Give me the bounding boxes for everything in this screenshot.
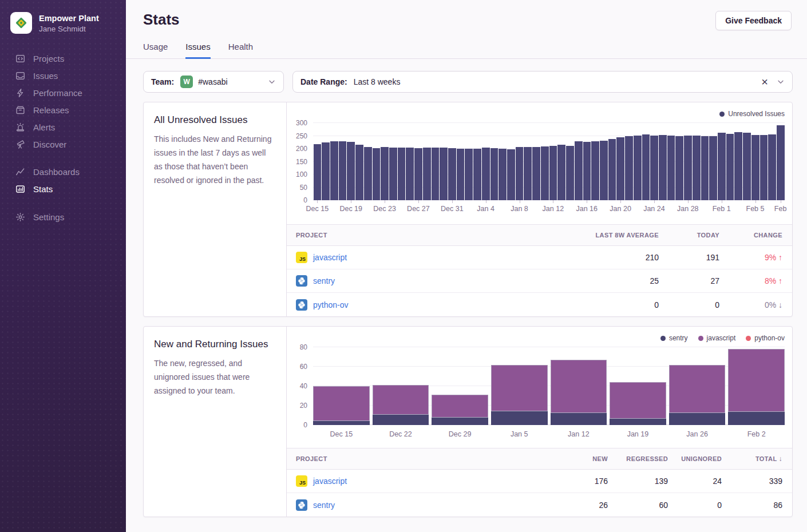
project-link[interactable]: sentry: [313, 501, 335, 510]
x-axis-tick-label: Jan 19: [610, 425, 666, 441]
y-axis-tick-label: 200: [296, 145, 307, 153]
table-row: JS javascript 210 191 9% ↑: [287, 246, 792, 269]
y-axis-tick-label: 20: [300, 402, 307, 410]
sidebar-item-stats[interactable]: Stats: [0, 180, 126, 197]
legend-dot-icon: [746, 336, 751, 341]
chevron-down-icon[interactable]: [268, 78, 276, 86]
legend-item-unresolved-issues[interactable]: Unresolved Issues: [719, 110, 785, 118]
x-axis-tick-label: Feb 5: [746, 205, 765, 213]
legend-item-javascript[interactable]: javascript: [698, 334, 736, 342]
sidebar-item-issues[interactable]: Issues: [0, 67, 126, 84]
legend-dot-icon: [719, 112, 725, 117]
unresolved-bar: [381, 147, 389, 200]
sidebar-item-projects[interactable]: Projects: [0, 50, 126, 67]
legend-item-sentry[interactable]: sentry: [660, 334, 688, 342]
org-identity: Empower Plant Jane Schmidt: [39, 13, 99, 33]
chevron-down-icon[interactable]: [777, 78, 785, 86]
new-returning-table: PROJECT NEW REGRESSED UNIGNORED TOTAL↓ J…: [287, 448, 792, 517]
discover-icon: [15, 140, 25, 149]
y-axis-tick-label: 50: [300, 184, 307, 192]
sidebar-item-dashboards[interactable]: Dashboards: [0, 163, 126, 180]
unresolved-bar: [339, 141, 347, 200]
give-feedback-button[interactable]: Give Feedback: [715, 11, 792, 30]
unresolved-bar: [659, 135, 667, 200]
unresolved-bar: [777, 125, 785, 200]
unresolved-bar: [541, 146, 549, 200]
unresolved-bar: [566, 146, 574, 200]
panel-title: All Unresolved Issues: [154, 114, 276, 126]
project-link[interactable]: javascript: [313, 477, 347, 486]
org-switcher[interactable]: Empower Plant Jane Schmidt: [0, 0, 126, 34]
sidebar-item-label: Projects: [33, 54, 64, 63]
python-platform-icon: [296, 499, 307, 511]
segment-javascript: [313, 386, 370, 420]
unresolved-bar: [616, 137, 624, 200]
sidebar-item-label: Issues: [33, 71, 58, 81]
col-total-sort[interactable]: TOTAL↓: [731, 455, 792, 463]
main-content: Stats Give Feedback Usage Issues Health …: [126, 0, 807, 532]
legend-label: python-ov: [754, 334, 785, 342]
stats-icon: [15, 184, 25, 194]
unresolved-xaxis: Dec 15Dec 19Dec 23Dec 27Dec 31Jan 4Jan 8…: [313, 200, 785, 215]
x-axis-tick: [385, 200, 385, 203]
unresolved-bar: [667, 136, 675, 200]
x-axis-tick: [781, 200, 781, 203]
unresolved-bar: [575, 141, 583, 200]
panel-description: The new, regressed, and unignored issues…: [154, 356, 276, 398]
stacked-bar-jan-26: [669, 347, 726, 425]
x-axis-tick-label: Dec 15: [313, 425, 370, 441]
unignored-value: 0: [678, 501, 731, 510]
x-axis-tick: [486, 200, 486, 203]
x-axis-tick: [317, 200, 318, 203]
python-platform-icon: [296, 275, 307, 287]
col-project: PROJECT: [287, 455, 555, 462]
org-name: Empower Plant: [39, 13, 99, 23]
panel-description: This includes New and Returning issues i…: [154, 132, 276, 187]
segment-sentry: [491, 411, 548, 426]
unresolved-bar: [718, 133, 726, 200]
tab-issues[interactable]: Issues: [185, 42, 210, 59]
unresolved-bar: [768, 134, 776, 200]
x-axis-tick-label: Dec 27: [407, 205, 430, 213]
clear-date-icon[interactable]: ×: [761, 76, 768, 88]
tab-usage[interactable]: Usage: [143, 42, 168, 59]
content-area: Team: W #wasabi Date Range: Last 8 weeks…: [126, 59, 807, 517]
sidebar-item-releases[interactable]: Releases: [0, 101, 126, 118]
x-axis-tick: [587, 200, 587, 203]
releases-icon: [15, 105, 25, 115]
x-axis-tick: [722, 200, 722, 203]
unresolved-bar: [314, 144, 322, 200]
stacked-bar-jan-5: [491, 347, 548, 425]
empower-plant-logo-icon: [14, 16, 28, 30]
javascript-platform-icon: JS: [296, 252, 307, 263]
team-select[interactable]: Team: W #wasabi: [143, 71, 284, 93]
sidebar-item-label: Settings: [33, 212, 64, 222]
x-axis-tick-label: Dec 15: [306, 205, 329, 213]
unresolved-bar: [423, 148, 431, 200]
sidebar-item-settings[interactable]: Settings: [0, 208, 126, 225]
sidebar-item-label: Dashboards: [33, 167, 80, 177]
sidebar-item-performance[interactable]: Performance: [0, 84, 126, 101]
legend-item-python-ov[interactable]: python-ov: [746, 334, 785, 342]
project-link[interactable]: sentry: [313, 276, 335, 285]
stacked-bar-feb-2: [728, 347, 785, 425]
sidebar-item-discover[interactable]: Discover: [0, 136, 126, 153]
sidebar-item-label: Stats: [33, 184, 53, 194]
change-value: 9% ↑: [729, 253, 792, 262]
sidebar-nav: Projects Issues Performance Releases Ale…: [0, 50, 126, 225]
total-value: 86: [731, 501, 792, 510]
x-axis-tick: [520, 200, 520, 203]
date-range-select[interactable]: Date Range: Last 8 weeks ×: [292, 71, 793, 93]
sort-desc-icon: ↓: [779, 455, 782, 463]
tab-health[interactable]: Health: [228, 42, 253, 59]
col-total-label: TOTAL: [755, 455, 777, 462]
project-link[interactable]: javascript: [313, 253, 347, 262]
segment-sentry: [313, 420, 370, 426]
new-returning-yaxis: 020406080: [290, 347, 313, 425]
stacked-bar-dec-15: [313, 347, 370, 425]
unresolved-legend: Unresolved Issues: [290, 108, 785, 120]
nav-separator: [0, 153, 126, 163]
sidebar-item-alerts[interactable]: Alerts: [0, 118, 126, 136]
unresolved-bar: [734, 132, 742, 200]
project-link[interactable]: python-ov: [313, 300, 348, 309]
